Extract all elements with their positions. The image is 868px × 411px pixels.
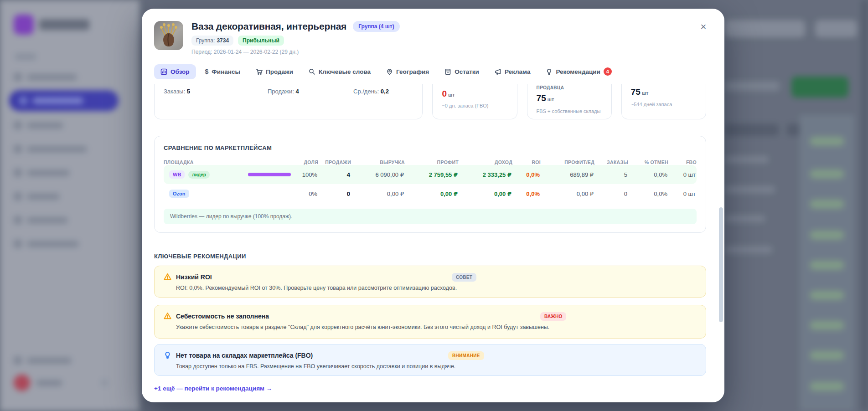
tab-ads[interactable]: Реклама [488, 64, 537, 79]
search-icon [309, 68, 315, 75]
comparison-note: Wildberries — лидер по выручке (100% про… [164, 209, 697, 224]
tab-geography[interactable]: География [380, 64, 435, 79]
status-badge: Прибыльный [238, 36, 284, 46]
more-recommendations-link[interactable]: +1 ещё — перейти к рекомендациям → [154, 385, 272, 392]
ozon-badge: Ozon [169, 190, 189, 198]
attention-badge: ВНИМАНИЕ [448, 351, 484, 360]
group-count-badge: Группа (4 шт) [353, 21, 400, 32]
advice-badge: СОВЕТ [452, 273, 476, 282]
important-badge: ВАЖНО [540, 312, 566, 321]
stock-box-icon [444, 68, 451, 75]
lightbulb-icon [546, 68, 553, 75]
lightbulb-icon [164, 351, 171, 359]
recommendation-card-no-fbo: Нет товара на складах маркетплейса (FBO)… [154, 344, 706, 376]
product-image [154, 21, 183, 50]
page-title: Ваза декоративная, интерьерная [191, 21, 346, 32]
modal-header: Ваза декоративная, интерьерная Группа (4… [154, 21, 400, 55]
map-pin-icon [386, 68, 393, 75]
period-label: Период: 2026-01-24 — 2026-02-22 (29 дн.) [191, 49, 400, 55]
dollar-icon: $ [205, 68, 209, 75]
megaphone-icon [495, 68, 501, 75]
tab-keywords[interactable]: Ключевые слова [302, 64, 377, 79]
table-row-wb: WB лидер 100% 4 6 090,00 ₽ 2 759,55 ₽ 2 … [164, 165, 697, 184]
group-id-badge: Группа:3734 [191, 36, 233, 46]
share-bar [248, 192, 291, 195]
comparison-table-header: ПЛОЩАДКА ДОЛЯ ПРОДАЖИ ВЫРУЧКА ПРОФИТ ДОХ… [164, 159, 697, 165]
app-root: × Ваза декоративная, интерьерная Г [0, 0, 868, 411]
product-analytics-modal: × Ваза декоративная, интерьерная Г [142, 9, 724, 402]
warning-triangle-icon [164, 312, 171, 320]
fbo-stock-card: 0шт ~0 дн. запаса (FBO) [432, 84, 517, 119]
stats-row: Заказы: 5 Продажи: 4 Ср./день: 0,2 0шт ~… [154, 84, 706, 119]
tab-recommendations[interactable]: Рекомендации 4 [539, 63, 618, 80]
recommendation-card-low-roi: Низкий ROI СОВЕТ ROI: 0,0%. Рекомендуемы… [154, 266, 706, 298]
recommendations-count-badge: 4 [604, 67, 612, 76]
orders-sales-card: Заказы: 5 Продажи: 4 Ср./день: 0,2 [154, 84, 423, 119]
close-icon[interactable]: × [695, 19, 712, 35]
tab-finance[interactable]: $ Финансы [199, 64, 247, 79]
seller-stock-card: ПРОДАВЦА 75шт FBS + собственные склады [527, 84, 612, 119]
leader-badge: лидер [188, 171, 210, 179]
tab-overview[interactable]: Обзор [154, 64, 196, 79]
modal-scrollbar-thumb[interactable] [719, 207, 723, 322]
tab-stock[interactable]: Остатки [438, 64, 486, 79]
marketplace-comparison-card: СРАВНЕНИЕ ПО МАРКЕТПЛЕЙСАМ ПЛОЩАДКА ДОЛЯ… [154, 136, 706, 233]
share-bar [248, 173, 291, 176]
warning-triangle-icon [164, 273, 171, 281]
bar-chart-icon [160, 68, 167, 75]
recommendation-card-cost-missing: Себестоимость не заполнена ВАЖНО Укажите… [154, 305, 706, 339]
comparison-title: СРАВНЕНИЕ ПО МАРКЕТПЛЕЙСАМ [164, 144, 697, 151]
total-stock-card: 75шт ~544 дней запаса [621, 84, 706, 119]
wb-badge: WB [169, 170, 185, 179]
cart-icon [256, 68, 263, 75]
tab-bar: Обзор $ Финансы Продажи Ключевые слова Г… [154, 63, 618, 80]
tab-sales[interactable]: Продажи [249, 64, 300, 79]
recommendations-title: КЛЮЧЕВЫЕ РЕКОМЕНДАЦИИ [154, 253, 246, 260]
table-row-ozon: Ozon 0% 0 0,00 ₽ 0,00 ₽ 0,00 ₽ 0,0% 0,00… [164, 184, 697, 203]
